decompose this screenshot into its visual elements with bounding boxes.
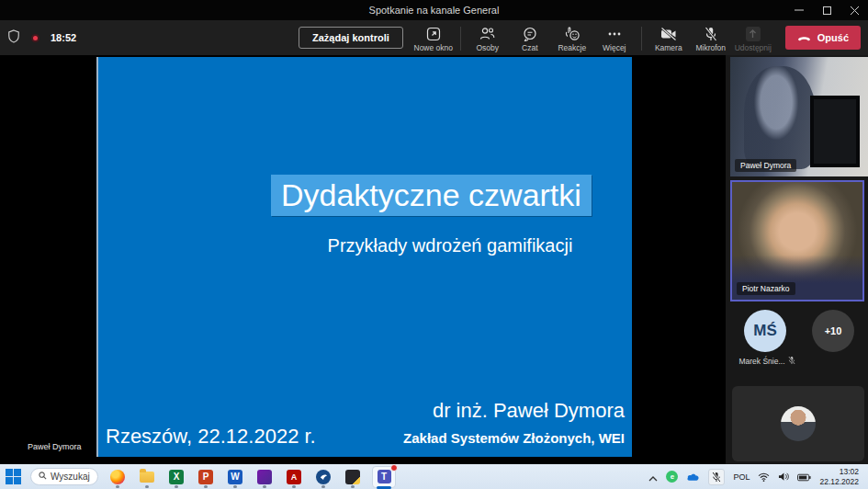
mic-off-icon	[705, 26, 717, 41]
onedrive-icon[interactable]	[686, 469, 700, 485]
more-icon	[607, 26, 622, 41]
avatar-marek[interactable]: MŚ	[744, 310, 786, 352]
taskbar-app-excel[interactable]: X	[166, 466, 186, 488]
camera-button[interactable]: Kamera	[648, 23, 690, 52]
record-icon	[31, 34, 39, 42]
share-icon	[746, 26, 761, 41]
participants-panel: Paweł Dymora Piotr Nazarko MŚ Marek Śnie…	[726, 55, 868, 464]
shield-icon	[7, 29, 20, 47]
leave-button[interactable]: Opuść	[785, 26, 861, 50]
clock-date: 22.12.2022	[819, 477, 859, 487]
media-app-icon	[257, 470, 272, 484]
taskbar-search[interactable]: Wyszukaj	[30, 468, 98, 485]
more-button[interactable]: Więcej	[593, 23, 636, 52]
taskbar-app-acrobat[interactable]: A	[284, 466, 304, 488]
thunderbird-icon	[316, 470, 331, 484]
slide-department: Zakład Systemów Złożonych, WEI	[403, 430, 625, 446]
toolbar-separator	[641, 27, 642, 51]
chat-button[interactable]: Czat	[509, 23, 551, 52]
leave-label: Opuść	[817, 32, 849, 43]
hidden-icons-chevron[interactable]	[648, 469, 658, 485]
background-monitor	[810, 96, 860, 167]
taskbar-app-teams[interactable]: T	[372, 466, 396, 488]
hangup-icon	[797, 32, 811, 43]
reactions-button[interactable]: Reakcje	[551, 23, 593, 52]
people-button[interactable]: Osoby	[467, 23, 509, 52]
participant-name-label: Paweł Dymora	[735, 159, 796, 172]
teams-meeting-window: Spotkanie na kanale General 18:52 Zażąda…	[0, 0, 868, 489]
wifi-icon[interactable]	[758, 469, 770, 485]
video-tile-piotr-nazarko[interactable]: Piotr Nazarko	[730, 180, 864, 301]
toolbar-separator	[460, 27, 461, 51]
notification-badge	[390, 464, 398, 472]
excel-icon: X	[169, 470, 184, 484]
taskbar-app-media[interactable]	[254, 466, 275, 488]
taskbar-app-file-explorer[interactable]	[137, 466, 157, 488]
slide-subtitle: Przykłady wdrożeń gamifikacji	[253, 235, 648, 256]
camera-off-icon	[660, 26, 677, 41]
start-button[interactable]	[6, 469, 21, 484]
search-placeholder: Wyszukaj	[51, 472, 90, 482]
microphone-button[interactable]: Mikrofon	[690, 23, 732, 52]
overflow-participants-badge[interactable]: +10	[812, 310, 854, 352]
antivirus-icon[interactable]: e	[666, 471, 678, 483]
teams-icon: T	[378, 470, 391, 483]
self-video-tile[interactable]	[732, 386, 864, 461]
language-indicator[interactable]: POL	[733, 472, 750, 482]
profile-photo-avatar	[781, 406, 816, 441]
windows-taskbar: Wyszukaj X P W A T e PO	[0, 464, 868, 489]
slide-place-date: Rzeszów, 22.12.2022 r.	[106, 425, 316, 449]
taskbar-app-firefox[interactable]	[107, 466, 128, 488]
taskbar-app-dark-utility[interactable]	[343, 466, 363, 488]
meeting-toolbar: 18:52 Zażądaj kontroli Nowe okno Osoby	[0, 20, 868, 55]
active-app-indicator	[377, 486, 391, 489]
slide-author: dr inż. Paweł Dymora	[433, 399, 625, 423]
taskbar-app-powerpoint[interactable]: P	[196, 466, 216, 488]
meeting-timer: 18:52	[51, 32, 76, 43]
request-control-button[interactable]: Zażądaj kontroli	[299, 27, 403, 49]
taskbar-app-word[interactable]: W	[225, 466, 245, 488]
word-icon: W	[228, 470, 242, 484]
file-explorer-icon	[140, 472, 154, 483]
title-bar: Spotkanie na kanale General	[0, 0, 868, 20]
battery-icon[interactable]	[797, 469, 811, 485]
taskbar-app-thunderbird[interactable]	[313, 466, 333, 488]
reactions-icon	[564, 26, 581, 41]
shared-slide: Dydaktyczne czwartki Przykłady wdrożeń g…	[96, 57, 632, 457]
slide-title: Dydaktyczne czwartki	[271, 175, 592, 216]
clock-time: 13:02	[819, 467, 859, 477]
participant-name-label: Piotr Nazarko	[737, 282, 795, 295]
tray-mic-muted-icon[interactable]	[708, 469, 725, 485]
window-title: Spotkanie na kanale General	[0, 5, 868, 16]
share-button[interactable]: Udostępnij	[732, 23, 774, 52]
avatar-initials: MŚ	[753, 322, 777, 340]
system-tray: e POL 13:02 22.12.2022	[648, 467, 862, 486]
participant-video	[744, 66, 816, 169]
video-tile-pawel-dymora[interactable]: Paweł Dymora	[730, 57, 868, 176]
presenter-name-label: Paweł Dymora	[28, 442, 82, 451]
dark-utility-app-icon	[345, 470, 360, 484]
mic-muted-icon	[788, 356, 795, 367]
search-icon	[39, 472, 47, 482]
presentation-stage: Dydaktyczne czwartki Przykłady wdrożeń g…	[0, 55, 726, 464]
people-icon	[479, 26, 495, 41]
firefox-icon	[110, 470, 125, 484]
chat-icon	[523, 26, 537, 41]
new-window-button[interactable]: Nowe okno	[412, 23, 455, 52]
popout-icon	[426, 26, 441, 41]
volume-icon[interactable]	[778, 469, 789, 485]
acrobat-icon: A	[287, 470, 301, 484]
avatar-name-label: Marek Śnie...	[731, 356, 803, 367]
taskbar-clock[interactable]: 13:02 22.12.2022	[819, 467, 859, 486]
powerpoint-icon: P	[198, 470, 213, 484]
